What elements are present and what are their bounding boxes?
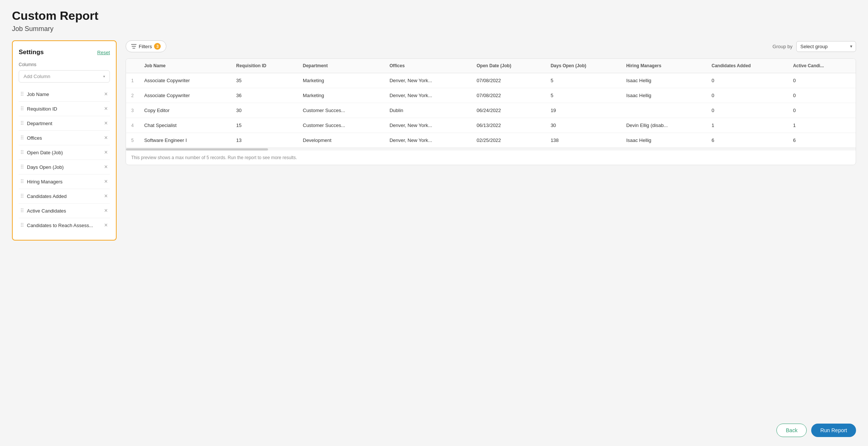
drag-handle-job-name[interactable] — [20, 91, 24, 97]
cell-job-name: Chat Specialist — [139, 118, 231, 133]
cell-days-open: 5 — [545, 88, 621, 103]
filter-button[interactable]: Filters 3 — [126, 40, 166, 52]
table-row: 1Associate Copywriter35MarketingDenver, … — [126, 73, 856, 88]
drag-handle-open-date[interactable] — [20, 149, 24, 155]
cell-offices: Denver, New York... — [384, 88, 471, 103]
remove-column-candidates-to-reach[interactable]: × — [104, 222, 108, 229]
drag-handle-active-candidates[interactable] — [20, 208, 24, 214]
col-header-job-name: Job Name — [139, 59, 231, 73]
cell-job-name: Copy Editor — [139, 103, 231, 118]
col-header-department: Department — [298, 59, 384, 73]
cell-offices: Denver, New York... — [384, 73, 471, 88]
remove-column-candidates-added[interactable]: × — [104, 193, 108, 199]
cell-open-date: 07/08/2022 — [471, 73, 545, 88]
add-column-label: Add Column — [24, 74, 50, 79]
cell-department: Customer Succes... — [298, 103, 384, 118]
drag-handle-offices[interactable] — [20, 135, 24, 141]
cell-requisition-id: 36 — [231, 88, 298, 103]
drag-handle-candidates-added[interactable] — [20, 193, 24, 199]
cell-hiring-managers: Isaac Hellig — [621, 133, 706, 148]
cell-active-candidates: 1 — [788, 118, 856, 133]
back-button[interactable]: Back — [776, 424, 807, 437]
column-item-days-open: Days Open (Job) × — [19, 160, 110, 174]
table-row: 3Copy Editor30Customer Succes...Dublin06… — [126, 103, 856, 118]
cell-candidates-added: 0 — [707, 88, 788, 103]
cell-offices: Denver, New York... — [384, 118, 471, 133]
remove-column-department[interactable]: × — [104, 120, 108, 127]
column-item-offices: Offices × — [19, 131, 110, 145]
data-table-container: Job NameRequisition IDDepartmentOfficesO… — [126, 58, 856, 165]
cell-row-num: 2 — [126, 88, 139, 103]
cell-offices: Dublin — [384, 103, 471, 118]
column-name-active-candidates: Active Candidates — [27, 208, 101, 214]
cell-requisition-id: 13 — [231, 133, 298, 148]
cell-row-num: 4 — [126, 118, 139, 133]
table-body: 1Associate Copywriter35MarketingDenver, … — [126, 73, 856, 148]
cell-department: Marketing — [298, 88, 384, 103]
column-name-offices: Offices — [27, 135, 101, 141]
col-header-hiring-managers: Hiring Managers — [621, 59, 706, 73]
cell-job-name: Associate Copywriter — [139, 73, 231, 88]
remove-column-job-name[interactable]: × — [104, 91, 108, 97]
toolbar: Filters 3 Group by Select group — [126, 40, 856, 52]
cell-candidates-added: 0 — [707, 103, 788, 118]
column-name-candidates-added: Candidates Added — [27, 193, 101, 199]
filter-icon — [131, 44, 136, 49]
col-header-candidates-added: Candidates Added — [707, 59, 788, 73]
column-name-days-open: Days Open (Job) — [27, 164, 101, 170]
drag-handle-hiring-managers[interactable] — [20, 179, 24, 185]
column-list: Job Name × Requisition ID × Department ×… — [19, 87, 110, 232]
column-name-hiring-managers: Hiring Managers — [27, 179, 101, 185]
group-by-select-wrapper: Select group — [796, 41, 856, 52]
table-row: 2Associate Copywriter36MarketingDenver, … — [126, 88, 856, 103]
column-item-active-candidates: Active Candidates × — [19, 204, 110, 218]
column-name-requisition-id: Requisition ID — [27, 106, 101, 112]
page-title: Custom Report — [12, 9, 856, 23]
scroll-thumb — [126, 148, 268, 151]
cell-open-date: 02/25/2022 — [471, 133, 545, 148]
chevron-down-icon: ▾ — [103, 74, 105, 78]
column-name-open-date: Open Date (Job) — [27, 150, 101, 155]
col-header-open-date: Open Date (Job) — [471, 59, 545, 73]
data-table: Job NameRequisition IDDepartmentOfficesO… — [126, 59, 856, 148]
remove-column-days-open[interactable]: × — [104, 164, 108, 170]
group-by-label: Group by — [773, 44, 792, 49]
column-item-job-name: Job Name × — [19, 87, 110, 102]
cell-row-num: 5 — [126, 133, 139, 148]
cell-department: Customer Succes... — [298, 118, 384, 133]
remove-column-hiring-managers[interactable]: × — [104, 178, 108, 185]
cell-open-date: 06/24/2022 — [471, 103, 545, 118]
drag-handle-department[interactable] — [20, 120, 24, 126]
group-by-select[interactable]: Select group — [796, 41, 856, 52]
remove-column-offices[interactable]: × — [104, 134, 108, 141]
table-header-row: Job NameRequisition IDDepartmentOfficesO… — [126, 59, 856, 73]
column-name-department: Department — [27, 121, 101, 126]
table-row: 4Chat Specialist15Customer Succes...Denv… — [126, 118, 856, 133]
run-report-button[interactable]: Run Report — [811, 424, 856, 437]
cell-requisition-id: 35 — [231, 73, 298, 88]
add-column-dropdown[interactable]: Add Column ▾ — [19, 70, 110, 83]
col-header-offices: Offices — [384, 59, 471, 73]
cell-requisition-id: 15 — [231, 118, 298, 133]
remove-column-active-candidates[interactable]: × — [104, 207, 108, 214]
drag-handle-requisition-id[interactable] — [20, 106, 24, 112]
remove-column-open-date[interactable]: × — [104, 149, 108, 156]
scroll-bar[interactable] — [126, 148, 856, 151]
cell-days-open: 30 — [545, 118, 621, 133]
col-header-days-open: Days Open (Job) — [545, 59, 621, 73]
column-item-hiring-managers: Hiring Managers × — [19, 174, 110, 189]
content-area: Filters 3 Group by Select group — [126, 40, 856, 165]
remove-column-requisition-id[interactable]: × — [104, 105, 108, 112]
reset-link[interactable]: Reset — [97, 50, 110, 55]
cell-requisition-id: 30 — [231, 103, 298, 118]
column-item-requisition-id: Requisition ID × — [19, 102, 110, 116]
cell-active-candidates: 6 — [788, 133, 856, 148]
settings-title: Settings — [19, 49, 44, 56]
cell-days-open: 5 — [545, 73, 621, 88]
cell-hiring-managers: Isaac Hellig — [621, 88, 706, 103]
column-name-candidates-to-reach: Candidates to Reach Assess... — [27, 223, 101, 228]
cell-active-candidates: 0 — [788, 88, 856, 103]
cell-offices: Denver, New York... — [384, 133, 471, 148]
drag-handle-days-open[interactable] — [20, 164, 24, 170]
drag-handle-candidates-to-reach[interactable] — [20, 222, 24, 228]
